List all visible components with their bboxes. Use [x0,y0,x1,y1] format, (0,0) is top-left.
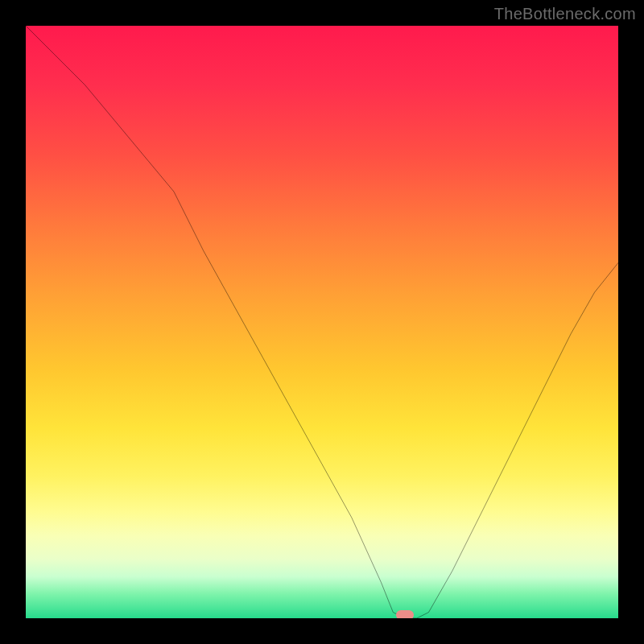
optimal-marker [396,610,414,618]
watermark-text: TheBottleneck.com [494,5,636,23]
bottleneck-curve [26,26,618,618]
chart-frame: TheBottleneck.com [0,0,644,644]
plot-area [26,26,618,618]
